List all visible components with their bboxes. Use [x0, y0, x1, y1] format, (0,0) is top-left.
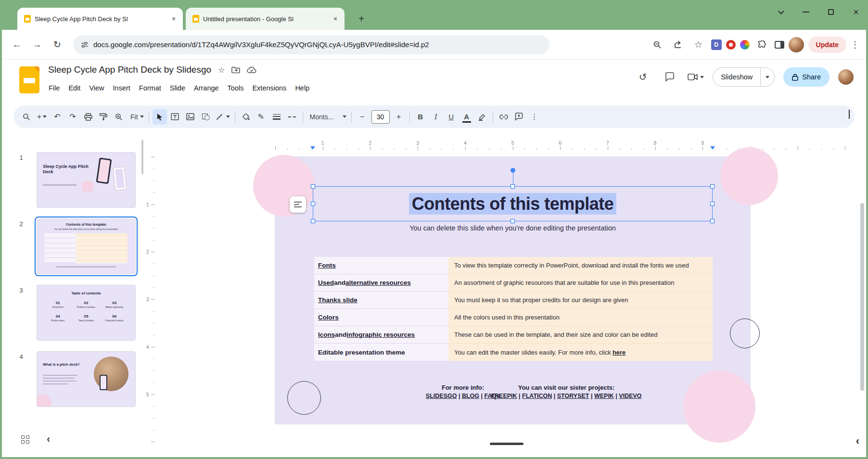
slide-thumbnail-3[interactable]: Table of contents 01Introduction02Proble…: [37, 285, 136, 341]
cloud-status-icon[interactable]: [247, 66, 256, 73]
select-tool-icon[interactable]: [153, 109, 167, 125]
text-box-options-chip[interactable]: [290, 196, 306, 213]
text-color-icon[interactable]: A: [460, 109, 474, 125]
toolbar-more-icon[interactable]: ⋮: [527, 109, 542, 125]
extension-red-icon[interactable]: [726, 40, 736, 50]
close-button[interactable]: ×: [849, 5, 863, 19]
text-box-tool-icon[interactable]: [168, 109, 182, 125]
bold-icon[interactable]: B: [413, 109, 428, 125]
selection-handle[interactable]: [710, 219, 715, 223]
side-panel-icon[interactable]: [775, 41, 784, 49]
filmstrip-scrollbar[interactable]: [141, 140, 143, 174]
selection-handle[interactable]: [311, 219, 315, 223]
new-tab-button[interactable]: +: [354, 12, 369, 26]
collapse-filmstrip-icon[interactable]: ‹: [47, 433, 50, 446]
grid-view-icon[interactable]: [21, 435, 29, 444]
slideshow-label[interactable]: Slideshow: [713, 68, 760, 86]
slides-logo[interactable]: [19, 66, 39, 93]
comments-icon[interactable]: [661, 68, 679, 86]
menu-file[interactable]: File: [44, 82, 64, 94]
browser-menu-icon[interactable]: ⋮: [851, 39, 859, 50]
slideshow-dropdown-icon[interactable]: [761, 68, 774, 86]
menu-format[interactable]: Format: [135, 82, 166, 94]
site-info-icon[interactable]: [81, 41, 89, 49]
indent-marker-right[interactable]: [710, 146, 715, 150]
highlight-color-icon[interactable]: [475, 109, 489, 125]
selection-handle[interactable]: [311, 184, 315, 189]
tab-close-icon[interactable]: ×: [331, 14, 340, 23]
zoom-tool-icon[interactable]: [112, 109, 126, 125]
star-document-icon[interactable]: ☆: [218, 65, 225, 75]
toolbar-search-icon[interactable]: [19, 109, 34, 125]
tab-untitled-presentation[interactable]: Untitled presentation - Google Sl ×: [186, 8, 345, 30]
slide-thumbnail-1[interactable]: Sleep Cycle App Pitch Deck: [37, 152, 136, 208]
minimize-button[interactable]: [799, 5, 813, 19]
extensions-puzzle-icon[interactable]: [754, 37, 770, 53]
tab-close-icon[interactable]: ×: [169, 14, 178, 23]
menu-arrange[interactable]: Arrange: [190, 82, 223, 94]
italic-icon[interactable]: I: [429, 109, 443, 125]
slide-subtitle-text[interactable]: You can delete this slide when you're do…: [275, 224, 750, 232]
increase-font-size-icon[interactable]: +: [392, 109, 406, 125]
extension-colorful-icon[interactable]: [740, 40, 750, 50]
slide-page[interactable]: Contents of this template You can delete…: [275, 157, 750, 424]
menu-tools[interactable]: Tools: [223, 82, 248, 94]
new-slide-button[interactable]: +: [35, 109, 49, 125]
menu-slide[interactable]: Slide: [166, 82, 190, 94]
version-history-icon[interactable]: ↺: [634, 68, 652, 86]
maximize-button[interactable]: [824, 5, 838, 19]
contents-table[interactable]: FontsTo view this template correctly in …: [314, 257, 713, 361]
share-button[interactable]: Share: [783, 67, 830, 87]
fill-color-icon[interactable]: [239, 109, 253, 125]
insert-image-icon[interactable]: [183, 109, 198, 125]
paint-format-icon[interactable]: [96, 109, 111, 125]
menu-insert[interactable]: Insert: [109, 82, 135, 94]
tab-search-chevron-icon[interactable]: [774, 5, 788, 19]
indent-marker-left[interactable]: [310, 146, 315, 150]
undo-icon[interactable]: ↶: [50, 109, 64, 125]
url-bar[interactable]: docs.google.com/presentation/d/1TZq4AWgi…: [73, 35, 549, 54]
selection-handle[interactable]: [511, 184, 515, 189]
menu-view[interactable]: View: [85, 82, 108, 94]
footer-sister-projects[interactable]: You can visit our sister projects: FREEP…: [487, 384, 646, 399]
speaker-notes-handle[interactable]: [490, 443, 523, 445]
insert-line-icon[interactable]: [214, 109, 231, 125]
meet-camera-button[interactable]: [688, 73, 704, 81]
zoom-select[interactable]: Fit: [127, 109, 145, 125]
slideshow-button[interactable]: Slideshow: [713, 67, 775, 87]
bookmark-star-icon[interactable]: ☆: [690, 37, 707, 53]
back-icon[interactable]: ←: [9, 37, 25, 53]
selection-handle[interactable]: [710, 202, 715, 206]
hide-menus-icon[interactable]: [849, 110, 850, 118]
selection-handle[interactable]: [311, 202, 315, 206]
collapse-panel-icon[interactable]: ‹: [856, 435, 859, 447]
selection-handle[interactable]: [710, 184, 715, 189]
font-size-input[interactable]: 30: [371, 110, 390, 124]
underline-icon[interactable]: U: [444, 109, 459, 125]
document-title[interactable]: Sleep Cycle App Pitch Deck by Slidesgo: [48, 64, 211, 75]
canvas-scrollbar[interactable]: [860, 203, 864, 391]
forward-icon[interactable]: →: [29, 37, 45, 53]
title-text-box[interactable]: Contents of this template: [313, 186, 713, 221]
account-avatar[interactable]: [838, 69, 854, 85]
tab-sleep-cycle-deck[interactable]: Sleep Cycle App Pitch Deck by Sl ×: [17, 8, 183, 30]
camera-dropdown-icon[interactable]: [700, 76, 704, 78]
update-button[interactable]: Update: [808, 37, 846, 53]
font-family-select[interactable]: Monts...: [306, 109, 348, 125]
menu-extensions[interactable]: Extensions: [248, 82, 291, 94]
selection-handle[interactable]: [511, 219, 515, 223]
redo-icon[interactable]: ↷: [65, 109, 80, 125]
border-color-icon[interactable]: ✎: [254, 109, 268, 125]
add-comment-icon[interactable]: [512, 109, 526, 125]
zoom-icon[interactable]: [649, 37, 665, 53]
decrease-font-size-icon[interactable]: −: [355, 109, 370, 125]
border-weight-icon[interactable]: [269, 109, 284, 125]
insert-shape-icon[interactable]: [199, 109, 213, 125]
border-dash-icon[interactable]: [285, 109, 299, 125]
reload-icon[interactable]: ↻: [49, 37, 65, 53]
menu-edit[interactable]: Edit: [64, 82, 85, 94]
menu-help[interactable]: Help: [291, 82, 314, 94]
browser-profile-avatar[interactable]: [789, 37, 804, 52]
share-page-icon[interactable]: [670, 37, 686, 53]
slide-thumbnail-2[interactable]: Contents of this template You can delete…: [37, 218, 136, 274]
